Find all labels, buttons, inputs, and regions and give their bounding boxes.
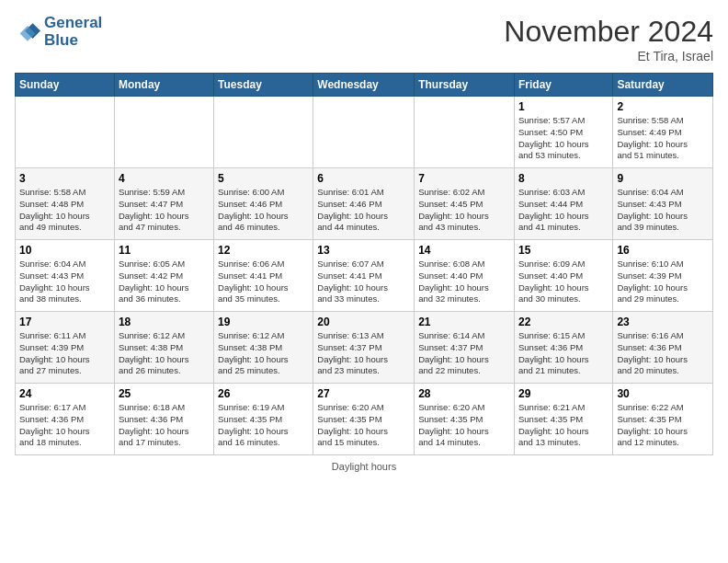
calendar-day-cell: 8Sunrise: 6:03 AM Sunset: 4:44 PM Daylig… (514, 168, 612, 240)
day-info: Sunrise: 6:21 AM Sunset: 4:35 PM Dayligh… (518, 402, 609, 449)
day-number: 25 (119, 387, 210, 400)
day-number: 12 (218, 244, 309, 257)
calendar-day-cell: 25Sunrise: 6:18 AM Sunset: 4:36 PM Dayli… (114, 384, 213, 455)
calendar-day-cell: 21Sunrise: 6:14 AM Sunset: 4:37 PM Dayli… (415, 312, 515, 384)
calendar-week-row: 3Sunrise: 5:58 AM Sunset: 4:48 PM Daylig… (16, 168, 713, 240)
footer-note: Daylight hours (15, 461, 713, 472)
calendar-week-row: 17Sunrise: 6:11 AM Sunset: 4:39 PM Dayli… (16, 312, 713, 384)
calendar-table: SundayMondayTuesdayWednesdayThursdayFrid… (15, 73, 713, 455)
day-info: Sunrise: 6:16 AM Sunset: 4:36 PM Dayligh… (617, 330, 709, 377)
calendar-day-header: Tuesday (214, 74, 313, 97)
calendar-day-cell: 7Sunrise: 6:02 AM Sunset: 4:45 PM Daylig… (415, 168, 515, 240)
logo-icon (15, 19, 40, 45)
calendar-day-cell: 18Sunrise: 6:12 AM Sunset: 4:38 PM Dayli… (114, 312, 213, 384)
day-info: Sunrise: 6:05 AM Sunset: 4:42 PM Dayligh… (119, 259, 210, 305)
day-info: Sunrise: 6:12 AM Sunset: 4:38 PM Dayligh… (119, 330, 210, 377)
day-number: 30 (617, 387, 709, 400)
calendar-header-row: SundayMondayTuesdayWednesdayThursdayFrid… (16, 74, 713, 97)
day-number: 9 (617, 172, 709, 185)
day-number: 27 (317, 387, 410, 400)
day-info: Sunrise: 6:03 AM Sunset: 4:44 PM Dayligh… (518, 187, 609, 234)
calendar-day-cell: 19Sunrise: 6:12 AM Sunset: 4:38 PM Dayli… (214, 312, 313, 384)
calendar-day-cell: 22Sunrise: 6:15 AM Sunset: 4:36 PM Dayli… (514, 312, 612, 384)
location-subtitle: Et Tira, Israel (504, 49, 713, 63)
calendar-day-cell: 6Sunrise: 6:01 AM Sunset: 4:46 PM Daylig… (313, 168, 415, 240)
calendar-day-header: Sunday (16, 74, 115, 97)
day-number: 6 (317, 172, 410, 185)
day-number: 3 (19, 172, 110, 185)
calendar-day-cell (214, 97, 313, 168)
calendar-day-cell: 2Sunrise: 5:58 AM Sunset: 4:49 PM Daylig… (613, 97, 713, 168)
day-info: Sunrise: 6:17 AM Sunset: 4:36 PM Dayligh… (19, 402, 110, 449)
day-info: Sunrise: 6:15 AM Sunset: 4:36 PM Dayligh… (518, 330, 609, 377)
day-number: 19 (218, 316, 309, 328)
day-info: Sunrise: 6:02 AM Sunset: 4:45 PM Dayligh… (418, 187, 510, 234)
calendar-day-cell: 16Sunrise: 6:10 AM Sunset: 4:39 PM Dayli… (613, 240, 713, 312)
calendar-day-cell (16, 97, 115, 168)
calendar-week-row: 24Sunrise: 6:17 AM Sunset: 4:36 PM Dayli… (16, 384, 713, 455)
day-number: 26 (218, 387, 309, 400)
calendar-day-cell: 24Sunrise: 6:17 AM Sunset: 4:36 PM Dayli… (16, 384, 115, 455)
day-number: 18 (119, 316, 210, 328)
day-number: 7 (418, 172, 510, 185)
day-number: 13 (317, 244, 410, 257)
calendar-day-cell: 29Sunrise: 6:21 AM Sunset: 4:35 PM Dayli… (514, 384, 612, 455)
month-title: November 2024 (504, 15, 713, 49)
day-number: 11 (119, 244, 210, 257)
day-info: Sunrise: 6:20 AM Sunset: 4:35 PM Dayligh… (418, 402, 510, 449)
day-number: 15 (518, 244, 609, 257)
day-info: Sunrise: 6:04 AM Sunset: 4:43 PM Dayligh… (19, 259, 110, 305)
day-info: Sunrise: 6:08 AM Sunset: 4:40 PM Dayligh… (418, 259, 510, 305)
day-number: 17 (19, 316, 110, 328)
title-block: November 2024 Et Tira, Israel (504, 15, 713, 63)
calendar-day-cell: 27Sunrise: 6:20 AM Sunset: 4:35 PM Dayli… (313, 384, 415, 455)
calendar-day-cell: 9Sunrise: 6:04 AM Sunset: 4:43 PM Daylig… (613, 168, 713, 240)
calendar-day-cell: 30Sunrise: 6:22 AM Sunset: 4:35 PM Dayli… (613, 384, 713, 455)
day-info: Sunrise: 6:12 AM Sunset: 4:38 PM Dayligh… (218, 330, 309, 377)
day-number: 21 (418, 316, 510, 328)
day-number: 24 (19, 387, 110, 400)
day-info: Sunrise: 6:07 AM Sunset: 4:41 PM Dayligh… (317, 259, 410, 305)
calendar-day-header: Wednesday (313, 74, 415, 97)
day-info: Sunrise: 5:58 AM Sunset: 4:49 PM Dayligh… (617, 115, 709, 162)
day-info: Sunrise: 6:19 AM Sunset: 4:35 PM Dayligh… (218, 402, 309, 449)
calendar-day-cell: 20Sunrise: 6:13 AM Sunset: 4:37 PM Dayli… (313, 312, 415, 384)
calendar-day-cell: 3Sunrise: 5:58 AM Sunset: 4:48 PM Daylig… (16, 168, 115, 240)
day-info: Sunrise: 6:14 AM Sunset: 4:37 PM Dayligh… (418, 330, 510, 377)
day-info: Sunrise: 6:20 AM Sunset: 4:35 PM Dayligh… (317, 402, 410, 449)
day-info: Sunrise: 5:59 AM Sunset: 4:47 PM Dayligh… (119, 187, 210, 234)
calendar-day-cell (415, 97, 515, 168)
calendar-day-cell: 12Sunrise: 6:06 AM Sunset: 4:41 PM Dayli… (214, 240, 313, 312)
calendar-day-cell: 11Sunrise: 6:05 AM Sunset: 4:42 PM Dayli… (114, 240, 213, 312)
day-info: Sunrise: 6:10 AM Sunset: 4:39 PM Dayligh… (617, 259, 709, 305)
header: General Blue November 2024 Et Tira, Isra… (15, 15, 713, 63)
logo: General Blue (15, 15, 102, 49)
day-number: 29 (518, 387, 609, 400)
day-number: 20 (317, 316, 410, 328)
day-info: Sunrise: 6:11 AM Sunset: 4:39 PM Dayligh… (19, 330, 110, 377)
calendar-week-row: 10Sunrise: 6:04 AM Sunset: 4:43 PM Dayli… (16, 240, 713, 312)
calendar-day-header: Saturday (613, 74, 713, 97)
day-info: Sunrise: 6:22 AM Sunset: 4:35 PM Dayligh… (617, 402, 709, 449)
day-number: 5 (218, 172, 309, 185)
calendar-day-cell: 10Sunrise: 6:04 AM Sunset: 4:43 PM Dayli… (16, 240, 115, 312)
logo-text-general: General (44, 14, 102, 31)
daylight-label: Daylight hours (332, 461, 396, 472)
calendar-week-row: 1Sunrise: 5:57 AM Sunset: 4:50 PM Daylig… (16, 97, 713, 168)
logo-text-blue: Blue (44, 32, 102, 50)
calendar-day-cell: 17Sunrise: 6:11 AM Sunset: 4:39 PM Dayli… (16, 312, 115, 384)
calendar-day-cell: 14Sunrise: 6:08 AM Sunset: 4:40 PM Dayli… (415, 240, 515, 312)
day-number: 8 (518, 172, 609, 185)
day-number: 22 (518, 316, 609, 328)
day-number: 4 (119, 172, 210, 185)
day-number: 23 (617, 316, 709, 328)
calendar-day-cell (114, 97, 213, 168)
day-info: Sunrise: 6:00 AM Sunset: 4:46 PM Dayligh… (218, 187, 309, 234)
day-info: Sunrise: 6:18 AM Sunset: 4:36 PM Dayligh… (119, 402, 210, 449)
calendar-day-header: Monday (114, 74, 213, 97)
day-number: 28 (418, 387, 510, 400)
calendar-day-cell: 4Sunrise: 5:59 AM Sunset: 4:47 PM Daylig… (114, 168, 213, 240)
calendar-day-cell: 15Sunrise: 6:09 AM Sunset: 4:40 PM Dayli… (514, 240, 612, 312)
calendar-day-cell (313, 97, 415, 168)
day-info: Sunrise: 5:57 AM Sunset: 4:50 PM Dayligh… (518, 115, 609, 162)
